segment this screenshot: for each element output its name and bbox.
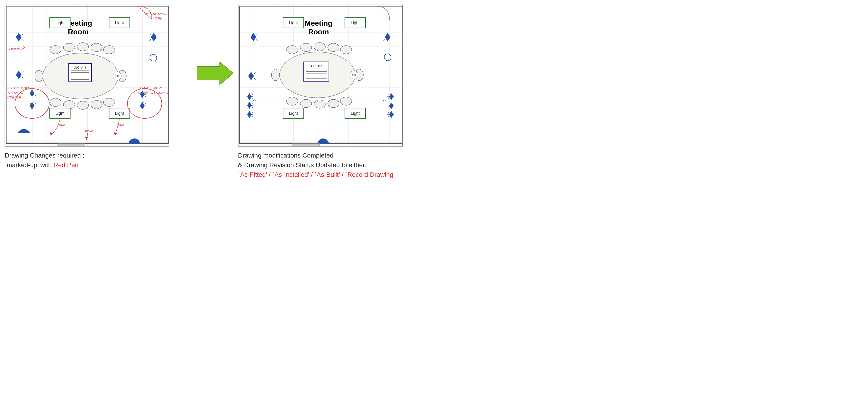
svg-text:CORNER: CORNER <box>7 95 21 99</box>
svg-text:Delete: Delete <box>9 47 20 51</box>
svg-point-104 <box>328 99 339 108</box>
svg-text:Room: Room <box>68 28 89 36</box>
svg-text:move: move <box>58 123 65 127</box>
right-caption: Drawing modifications Completed & Drawin… <box>238 151 395 179</box>
svg-text:Room: Room <box>308 28 329 36</box>
svg-text:Light: Light <box>350 111 360 116</box>
right-caption-red: `As-Fitted' / `As-Installed' / `As-Built… <box>238 170 395 179</box>
svg-text:Light: Light <box>289 111 298 116</box>
svg-text:x2: x2 <box>253 98 256 102</box>
svg-text:Light: Light <box>115 21 124 25</box>
svg-text:SD: SD <box>115 75 119 78</box>
svg-point-14 <box>77 42 89 51</box>
svg-text:PLEASE MOVE: PLEASE MOVE <box>140 86 163 90</box>
svg-point-16 <box>103 46 115 54</box>
red-pen-label: Red Pen <box>54 162 79 169</box>
svg-point-105 <box>340 97 352 105</box>
left-caption-line1: Drawing Changes required : <box>5 151 85 160</box>
svg-point-17 <box>50 98 61 107</box>
svg-point-99 <box>328 43 339 52</box>
svg-rect-84 <box>58 144 85 146</box>
left-caption: Drawing Changes required : `marked-up' w… <box>5 151 85 170</box>
svg-point-103 <box>314 100 326 108</box>
svg-point-19 <box>77 101 89 110</box>
svg-text:A/C Unit: A/C Unit <box>74 66 86 69</box>
svg-point-98 <box>314 42 326 51</box>
left-panel: PLEASE MOVE DOOR TO HERE Meeting Room Li… <box>5 5 192 170</box>
green-arrow <box>197 62 234 85</box>
svg-text:Light: Light <box>115 111 124 116</box>
right-caption-line2: & Drawing Revision Status Updated to eit… <box>238 160 395 170</box>
svg-rect-160 <box>292 144 320 146</box>
svg-marker-85 <box>197 62 234 85</box>
svg-text:x2: x2 <box>383 98 386 102</box>
svg-point-102 <box>300 99 312 108</box>
svg-point-106 <box>271 69 280 81</box>
svg-text:move: move <box>117 123 124 127</box>
svg-point-15 <box>91 43 102 52</box>
svg-text:Light: Light <box>55 111 64 116</box>
svg-text:Light: Light <box>55 21 64 25</box>
svg-text:A/C Unit: A/C Unit <box>310 64 322 68</box>
svg-point-12 <box>50 46 61 54</box>
svg-text:SD: SD <box>352 74 356 77</box>
svg-point-18 <box>63 100 75 109</box>
svg-point-21 <box>103 98 115 107</box>
svg-point-96 <box>286 46 298 54</box>
svg-text:Light: Light <box>289 21 298 25</box>
right-caption-line1: Drawing modifications Completed <box>238 151 395 160</box>
left-floor-plan: PLEASE MOVE DOOR TO HERE Meeting Room Li… <box>5 5 169 147</box>
svg-point-13 <box>63 43 75 52</box>
right-floor-plan: Meeting Room Light Light <box>238 5 403 147</box>
svg-point-101 <box>286 97 298 105</box>
left-caption-line2: `marked-up' with Red Pen <box>5 160 85 170</box>
svg-point-100 <box>340 46 352 54</box>
svg-text:move: move <box>85 129 93 133</box>
svg-text:PLEASE MOVE DOOR: PLEASE MOVE DOOR <box>145 12 170 16</box>
svg-point-22 <box>35 70 43 82</box>
right-panel: Meeting Room Light Light <box>238 5 426 179</box>
arrow-container <box>192 5 238 85</box>
svg-text:Meeting: Meeting <box>305 19 333 27</box>
svg-point-20 <box>91 100 102 109</box>
svg-text:TO HERE: TO HERE <box>148 17 162 20</box>
main-layout: PLEASE MOVE DOOR TO HERE Meeting Room Li… <box>5 5 863 179</box>
svg-text:Light: Light <box>350 21 360 25</box>
svg-point-97 <box>300 43 312 52</box>
svg-text:THESE TO: THESE TO <box>7 91 23 94</box>
